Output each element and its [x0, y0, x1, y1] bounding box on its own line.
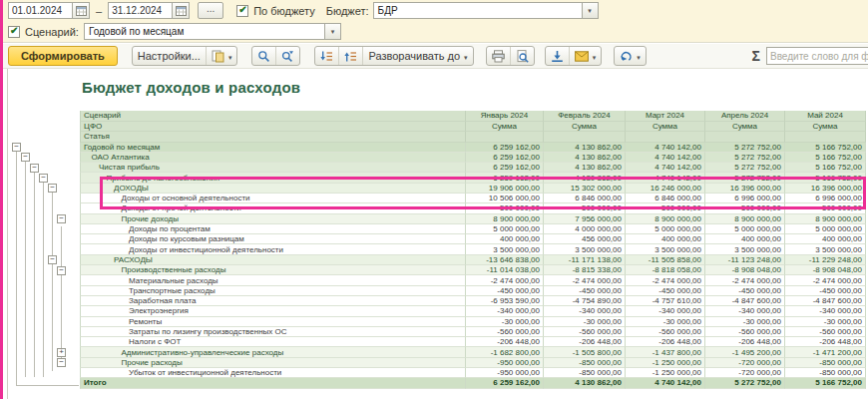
- row-label-cell[interactable]: Прочие доходы: [80, 214, 466, 224]
- value-cell[interactable]: -11 014 038,00: [466, 265, 544, 275]
- value-cell[interactable]: -560 000,00: [785, 327, 866, 337]
- value-cell[interactable]: -2 474 000,00: [785, 275, 866, 285]
- value-cell[interactable]: -2 474 000,00: [466, 275, 544, 285]
- value-cell[interactable]: 5 272 752,00: [705, 153, 785, 163]
- by-budget-checkbox[interactable]: [236, 5, 248, 17]
- row-label-cell[interactable]: ОАО Атлантика: [80, 153, 466, 163]
- value-cell[interactable]: 5 000 000,00: [785, 224, 866, 234]
- date-from-calendar-button[interactable]: [72, 2, 90, 19]
- sum-selected-button[interactable]: Σ: [746, 48, 766, 64]
- row-header-cfo[interactable]: ЦФО: [80, 122, 466, 133]
- row-label-cell[interactable]: Производственные расходы: [80, 265, 466, 275]
- value-cell[interactable]: -4 754 890,00: [544, 296, 626, 306]
- value-cell[interactable]: -1 682 800,00: [466, 347, 544, 357]
- expand-to-button[interactable]: Разворачивать до: [363, 47, 472, 65]
- row-label-cell[interactable]: Итого: [80, 378, 466, 388]
- row-label-cell[interactable]: Доходы по курсовым разницам: [80, 234, 466, 244]
- save-button[interactable]: [546, 47, 570, 65]
- value-cell[interactable]: 5 000 000,00: [705, 224, 785, 234]
- generate-button[interactable]: Сформировать: [8, 46, 118, 66]
- value-cell[interactable]: -30 000,00: [466, 317, 544, 327]
- refresh-button[interactable]: [615, 47, 646, 65]
- collapse-group-expander-icon[interactable]: −: [12, 143, 21, 152]
- date-to-input[interactable]: [108, 2, 172, 19]
- value-cell[interactable]: 5 000 000,00: [466, 224, 544, 234]
- value-cell[interactable]: 8 900 000,00: [785, 214, 866, 224]
- search-button[interactable]: [252, 47, 276, 65]
- value-cell[interactable]: -11 505 858,00: [626, 255, 705, 265]
- expand-group-expander-icon[interactable]: +: [57, 348, 66, 357]
- value-cell[interactable]: 4 130 862,00: [544, 153, 626, 163]
- value-cell[interactable]: 6 259 162,00: [466, 378, 544, 388]
- value-cell[interactable]: -850 000,00: [544, 358, 626, 368]
- value-cell[interactable]: -8 815 338,00: [544, 265, 626, 275]
- value-cell[interactable]: 5 166 752,00: [785, 378, 866, 388]
- report-variants-button[interactable]: [207, 47, 237, 65]
- value-cell[interactable]: -340 000,00: [785, 306, 866, 316]
- collapse-levels-button[interactable]: [339, 47, 363, 65]
- collapse-group-expander-icon[interactable]: −: [30, 164, 39, 173]
- settings-button[interactable]: Настройки...: [133, 47, 207, 65]
- value-cell[interactable]: -1 250 000,00: [626, 358, 705, 368]
- column-header-month[interactable]: Май 2024: [785, 111, 866, 122]
- value-cell[interactable]: -30 000,00: [626, 317, 705, 327]
- value-cell[interactable]: -560 000,00: [705, 327, 785, 337]
- collapse-group-expander-icon[interactable]: −: [39, 174, 48, 183]
- value-cell[interactable]: 4 740 142,00: [626, 153, 705, 163]
- value-cell[interactable]: -11 229 248,00: [785, 255, 866, 265]
- value-cell[interactable]: -11 123 248,00: [705, 255, 785, 265]
- value-cell[interactable]: -206 448,00: [705, 337, 785, 347]
- value-cell[interactable]: 400 000,00: [785, 234, 866, 244]
- value-cell[interactable]: -450 000,00: [785, 286, 866, 296]
- collapse-group-expander-icon[interactable]: −: [57, 266, 66, 275]
- column-header-sum[interactable]: Сумма: [626, 122, 705, 133]
- expand-levels-button[interactable]: [315, 47, 339, 65]
- value-cell[interactable]: -206 448,00: [785, 337, 866, 347]
- value-cell[interactable]: -450 000,00: [466, 286, 544, 296]
- value-cell[interactable]: 5 272 752,00: [705, 378, 785, 388]
- value-cell[interactable]: 6 259 162,00: [466, 143, 544, 153]
- row-label-cell[interactable]: Ремонты: [80, 317, 466, 327]
- column-header-sum[interactable]: Сумма: [466, 122, 544, 133]
- quick-filter-input[interactable]: [766, 47, 868, 65]
- value-cell[interactable]: -1 505 800,00: [544, 347, 626, 357]
- value-cell[interactable]: 3 500 000,00: [785, 244, 866, 254]
- value-cell[interactable]: 400 000,00: [705, 234, 785, 244]
- value-cell[interactable]: 5 166 752,00: [785, 163, 866, 173]
- row-label-cell[interactable]: Электроэнергия: [80, 306, 466, 316]
- value-cell[interactable]: -30 000,00: [785, 317, 866, 327]
- value-cell[interactable]: -206 448,00: [466, 337, 544, 347]
- row-label-cell[interactable]: Налоги с ФОТ: [80, 337, 466, 347]
- value-cell[interactable]: 8 900 000,00: [626, 214, 705, 224]
- column-header-month[interactable]: Апрель 2024: [705, 111, 785, 122]
- value-cell[interactable]: -1 471 200,00: [785, 347, 866, 357]
- email-button[interactable]: [570, 47, 602, 65]
- value-cell[interactable]: -206 448,00: [626, 337, 705, 347]
- value-cell[interactable]: -340 000,00: [705, 306, 785, 316]
- row-label-cell[interactable]: Административно-управленческие расходы: [80, 347, 466, 357]
- value-cell[interactable]: 4 130 862,00: [544, 378, 626, 388]
- value-cell[interactable]: -11 171 138,00: [544, 255, 626, 265]
- value-cell[interactable]: -30 000,00: [705, 317, 785, 327]
- scenario-combo[interactable]: Годовой по месяцам: [84, 23, 341, 40]
- value-cell[interactable]: 400 000,00: [626, 234, 705, 244]
- column-header-sum[interactable]: Сумма: [785, 122, 866, 133]
- print-preview-button[interactable]: [511, 47, 534, 65]
- column-header-sum[interactable]: Сумма: [544, 122, 626, 133]
- row-label-cell[interactable]: Затраты по лизингу производственных ОС: [80, 327, 466, 337]
- value-cell[interactable]: 7 956 000,00: [544, 214, 626, 224]
- value-cell[interactable]: -340 000,00: [544, 306, 626, 316]
- value-cell[interactable]: -2 474 000,00: [626, 275, 705, 285]
- value-cell[interactable]: 3 500 000,00: [705, 244, 785, 254]
- value-cell[interactable]: -720 000,00: [705, 368, 785, 378]
- period-options-button[interactable]: ...: [198, 2, 223, 19]
- value-cell[interactable]: -450 000,00: [544, 286, 626, 296]
- value-cell[interactable]: -1 250 000,00: [626, 368, 705, 378]
- scenario-checkbox[interactable]: [8, 26, 20, 38]
- value-cell[interactable]: 3 500 000,00: [626, 244, 705, 254]
- value-cell[interactable]: 4 740 142,00: [626, 143, 705, 153]
- value-cell[interactable]: -206 448,00: [544, 337, 626, 347]
- collapse-group-expander-icon[interactable]: −: [21, 153, 30, 162]
- value-cell[interactable]: -850 000,00: [785, 368, 866, 378]
- value-cell[interactable]: -560 000,00: [544, 327, 626, 337]
